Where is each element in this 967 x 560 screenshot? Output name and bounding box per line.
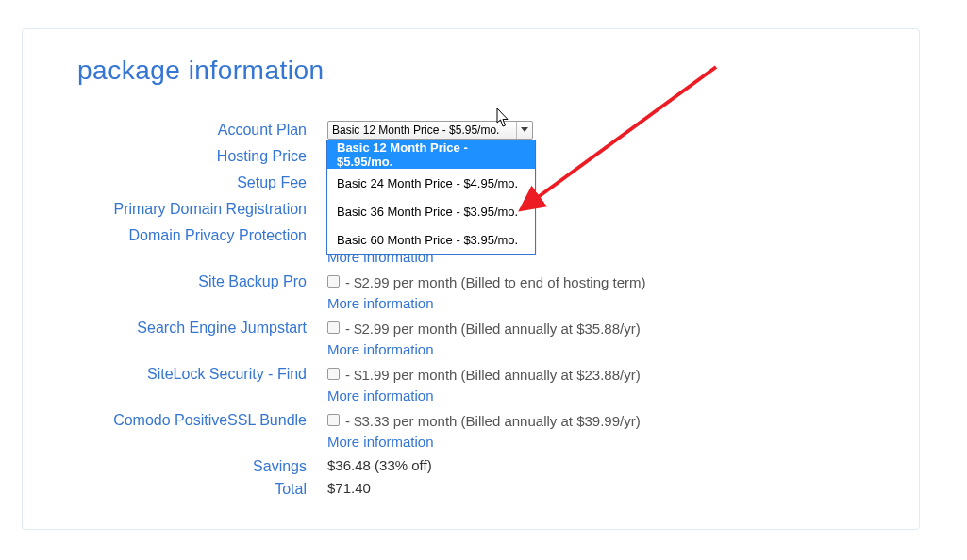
- price-site-backup: - $2.99 per month (Billed to end of host…: [345, 274, 646, 290]
- select-separator: [516, 122, 517, 139]
- viewport: package information Basic 12 Month Price…: [0, 0, 967, 560]
- label-hosting-price: Hosting Price: [23, 147, 316, 166]
- row-comodo-more: More information: [23, 434, 919, 450]
- label-savings: Savings: [23, 457, 316, 476]
- label-total: Total: [23, 480, 316, 499]
- more-info-link[interactable]: More information: [327, 387, 434, 404]
- checkbox-comodo[interactable]: [327, 414, 340, 426]
- value-total: $71.40: [316, 480, 371, 496]
- more-info-link[interactable]: More information: [327, 295, 434, 311]
- price-comodo: - $3.33 per month (Billed annually at $3…: [345, 413, 641, 429]
- label-domain-privacy: Domain Privacy Protection: [23, 226, 316, 245]
- checkbox-sitelock[interactable]: [327, 368, 340, 380]
- checkbox-site-backup[interactable]: [327, 275, 340, 288]
- row-search-engine: Search Engine Jumpstart - $2.99 per mont…: [23, 319, 919, 338]
- checkbox-search-engine[interactable]: [327, 321, 340, 334]
- option-60-month[interactable]: Basic 60 Month Price - $3.95/mo.: [327, 225, 535, 254]
- section-title: package information: [77, 56, 325, 86]
- account-plan-select[interactable]: Basic 12 Month Price - $5.95/mo.: [327, 121, 533, 140]
- row-site-backup: Site Backup Pro - $2.99 per month (Bille…: [23, 272, 919, 291]
- label-comodo: Comodo PositiveSSL Bundle: [23, 411, 316, 430]
- more-info-link[interactable]: More information: [327, 434, 434, 450]
- more-info-link[interactable]: More information: [327, 341, 434, 357]
- label-search-engine: Search Engine Jumpstart: [23, 319, 316, 338]
- option-24-month[interactable]: Basic 24 Month Price - $4.95/mo.: [327, 169, 535, 197]
- account-plan-select-value: Basic 12 Month Price - $5.95/mo.: [332, 124, 499, 137]
- row-sitelock: SiteLock Security - Find - $1.99 per mon…: [23, 365, 919, 384]
- label-account-plan: Account Plan: [23, 121, 316, 140]
- option-36-month[interactable]: Basic 36 Month Price - $3.95/mo.: [327, 197, 535, 225]
- price-search-engine: - $2.99 per month (Billed annually at $3…: [345, 321, 641, 337]
- account-plan-dropdown[interactable]: Basic 12 Month Price - $5.95/mo. Basic 2…: [326, 140, 536, 255]
- row-sitelock-more: More information: [23, 387, 919, 404]
- label-setup-fee: Setup Fee: [23, 173, 316, 192]
- value-savings: $36.48 (33% off): [316, 457, 432, 473]
- option-12-month[interactable]: Basic 12 Month Price - $5.95/mo.: [327, 140, 535, 169]
- row-comodo: Comodo PositiveSSL Bundle - $3.33 per mo…: [23, 411, 919, 430]
- row-site-backup-more: More information: [23, 295, 919, 311]
- row-savings: Savings $36.48 (33% off): [23, 457, 919, 476]
- package-card: package information Basic 12 Month Price…: [22, 28, 920, 530]
- chevron-down-icon: [521, 127, 528, 132]
- label-sitelock: SiteLock Security - Find: [23, 365, 316, 384]
- row-search-engine-more: More information: [23, 341, 919, 357]
- label-site-backup: Site Backup Pro: [23, 272, 316, 291]
- form-rows: Basic 12 Month Price - $5.95/mo. Basic 1…: [23, 121, 919, 506]
- row-total: Total $71.40: [23, 480, 919, 499]
- price-sitelock: - $1.99 per month (Billed annually at $2…: [345, 367, 641, 383]
- label-primary-domain: Primary Domain Registration: [23, 200, 316, 219]
